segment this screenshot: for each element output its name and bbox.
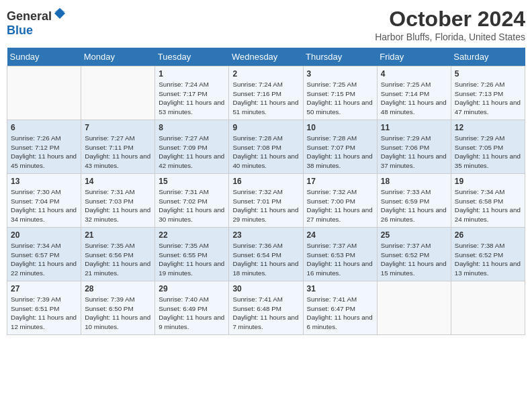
day-info: Sunrise: 7:31 AMSunset: 7:03 PMDaylight:… (85, 187, 151, 224)
day-info: Sunrise: 7:35 AMSunset: 6:55 PMDaylight:… (159, 241, 225, 278)
calendar-cell: 11Sunrise: 7:29 AMSunset: 7:06 PMDayligh… (377, 120, 451, 174)
day-info: Sunrise: 7:26 AMSunset: 7:13 PMDaylight:… (455, 80, 521, 117)
calendar-cell: 25Sunrise: 7:37 AMSunset: 6:52 PMDayligh… (377, 228, 451, 281)
day-info: Sunrise: 7:28 AMSunset: 7:07 PMDaylight:… (307, 134, 373, 171)
day-info: Sunrise: 7:32 AMSunset: 7:00 PMDaylight:… (307, 187, 373, 224)
day-header-saturday: Saturday (451, 48, 525, 66)
day-number: 19 (455, 177, 521, 186)
month-title: October 2024 (375, 7, 525, 32)
day-number: 9 (232, 123, 299, 132)
day-info: Sunrise: 7:25 AMSunset: 7:15 PMDaylight:… (307, 80, 373, 117)
day-number: 25 (381, 230, 447, 240)
day-number: 2 (232, 69, 299, 79)
calendar-cell: 17Sunrise: 7:32 AMSunset: 7:00 PMDayligh… (303, 174, 377, 228)
day-number: 6 (11, 123, 77, 132)
day-number: 21 (85, 230, 151, 240)
day-header-friday: Friday (377, 48, 451, 66)
calendar-cell: 5Sunrise: 7:26 AMSunset: 7:13 PMDaylight… (451, 66, 525, 120)
day-header-tuesday: Tuesday (155, 48, 229, 66)
calendar-cell: 12Sunrise: 7:29 AMSunset: 7:05 PMDayligh… (451, 120, 525, 174)
calendar-cell: 6Sunrise: 7:26 AMSunset: 7:12 PMDaylight… (7, 120, 81, 174)
calendar-table: SundayMondayTuesdayWednesdayThursdayFrid… (7, 48, 525, 335)
calendar-cell (7, 66, 81, 120)
calendar-header: SundayMondayTuesdayWednesdayThursdayFrid… (7, 48, 525, 66)
day-info: Sunrise: 7:37 AMSunset: 6:53 PMDaylight:… (307, 241, 373, 278)
calendar-cell: 13Sunrise: 7:30 AMSunset: 7:04 PMDayligh… (7, 174, 81, 228)
day-number: 5 (455, 69, 521, 79)
calendar-cell: 14Sunrise: 7:31 AMSunset: 7:03 PMDayligh… (81, 174, 155, 228)
day-info: Sunrise: 7:39 AMSunset: 6:50 PMDaylight:… (85, 295, 151, 332)
calendar-cell: 8Sunrise: 7:27 AMSunset: 7:09 PMDaylight… (155, 120, 229, 174)
calendar-cell: 28Sunrise: 7:39 AMSunset: 6:50 PMDayligh… (81, 281, 155, 335)
calendar-cell (451, 281, 525, 335)
logo-blue-text: Blue (7, 24, 33, 37)
calendar-cell: 26Sunrise: 7:38 AMSunset: 6:52 PMDayligh… (451, 228, 525, 281)
day-info: Sunrise: 7:29 AMSunset: 7:05 PMDaylight:… (455, 134, 521, 171)
logo-icon (53, 7, 66, 20)
day-number: 20 (11, 230, 77, 240)
day-info: Sunrise: 7:36 AMSunset: 6:54 PMDaylight:… (232, 241, 299, 278)
day-info: Sunrise: 7:27 AMSunset: 7:09 PMDaylight:… (159, 134, 225, 171)
day-info: Sunrise: 7:31 AMSunset: 7:02 PMDaylight:… (159, 187, 225, 224)
day-number: 1 (159, 69, 225, 79)
calendar-week-row: 6Sunrise: 7:26 AMSunset: 7:12 PMDaylight… (7, 120, 525, 174)
calendar-cell: 23Sunrise: 7:36 AMSunset: 6:54 PMDayligh… (229, 228, 303, 281)
day-number: 12 (455, 123, 521, 132)
day-header-monday: Monday (81, 48, 155, 66)
location-text: Harbor Bluffs, Florida, United States (375, 32, 525, 42)
day-info: Sunrise: 7:34 AMSunset: 6:57 PMDaylight:… (11, 241, 77, 278)
day-number: 10 (307, 123, 373, 132)
day-number: 27 (11, 284, 77, 293)
calendar-cell: 16Sunrise: 7:32 AMSunset: 7:01 PMDayligh… (229, 174, 303, 228)
calendar-cell: 20Sunrise: 7:34 AMSunset: 6:57 PMDayligh… (7, 228, 81, 281)
day-number: 11 (381, 123, 447, 132)
day-header-thursday: Thursday (303, 48, 377, 66)
day-number: 23 (232, 230, 299, 240)
logo: General Blue (7, 7, 66, 38)
day-number: 15 (159, 177, 225, 186)
day-info: Sunrise: 7:41 AMSunset: 6:48 PMDaylight:… (232, 295, 299, 332)
day-info: Sunrise: 7:27 AMSunset: 7:11 PMDaylight:… (85, 134, 151, 171)
calendar-cell: 4Sunrise: 7:25 AMSunset: 7:14 PMDaylight… (377, 66, 451, 120)
calendar-cell (81, 66, 155, 120)
calendar-cell: 7Sunrise: 7:27 AMSunset: 7:11 PMDaylight… (81, 120, 155, 174)
day-number: 29 (159, 284, 225, 293)
calendar-week-row: 27Sunrise: 7:39 AMSunset: 6:51 PMDayligh… (7, 281, 525, 335)
day-info: Sunrise: 7:28 AMSunset: 7:08 PMDaylight:… (232, 134, 299, 171)
calendar-week-row: 13Sunrise: 7:30 AMSunset: 7:04 PMDayligh… (7, 174, 525, 228)
day-number: 14 (85, 177, 151, 186)
day-number: 7 (85, 123, 151, 132)
day-number: 18 (381, 177, 447, 186)
day-info: Sunrise: 7:38 AMSunset: 6:52 PMDaylight:… (455, 241, 521, 278)
calendar-cell: 30Sunrise: 7:41 AMSunset: 6:48 PMDayligh… (229, 281, 303, 335)
day-number: 24 (307, 230, 373, 240)
day-number: 3 (307, 69, 373, 79)
day-info: Sunrise: 7:30 AMSunset: 7:04 PMDaylight:… (11, 187, 77, 224)
title-area: October 2024 Harbor Bluffs, Florida, Uni… (375, 7, 525, 42)
calendar-cell: 10Sunrise: 7:28 AMSunset: 7:07 PMDayligh… (303, 120, 377, 174)
calendar-cell: 18Sunrise: 7:33 AMSunset: 6:59 PMDayligh… (377, 174, 451, 228)
day-info: Sunrise: 7:29 AMSunset: 7:06 PMDaylight:… (381, 134, 447, 171)
day-info: Sunrise: 7:35 AMSunset: 6:56 PMDaylight:… (85, 241, 151, 278)
calendar-week-row: 1Sunrise: 7:24 AMSunset: 7:17 PMDaylight… (7, 66, 525, 120)
calendar-week-row: 20Sunrise: 7:34 AMSunset: 6:57 PMDayligh… (7, 228, 525, 281)
calendar-cell: 3Sunrise: 7:25 AMSunset: 7:15 PMDaylight… (303, 66, 377, 120)
day-number: 28 (85, 284, 151, 293)
day-info: Sunrise: 7:37 AMSunset: 6:52 PMDaylight:… (381, 241, 447, 278)
day-number: 16 (232, 177, 299, 186)
day-number: 22 (159, 230, 225, 240)
calendar-cell: 15Sunrise: 7:31 AMSunset: 7:02 PMDayligh… (155, 174, 229, 228)
calendar-cell: 2Sunrise: 7:24 AMSunset: 7:16 PMDaylight… (229, 66, 303, 120)
day-number: 13 (11, 177, 77, 186)
day-info: Sunrise: 7:25 AMSunset: 7:14 PMDaylight:… (381, 80, 447, 117)
calendar-cell: 22Sunrise: 7:35 AMSunset: 6:55 PMDayligh… (155, 228, 229, 281)
calendar-cell: 21Sunrise: 7:35 AMSunset: 6:56 PMDayligh… (81, 228, 155, 281)
day-info: Sunrise: 7:26 AMSunset: 7:12 PMDaylight:… (11, 134, 77, 171)
calendar-cell: 27Sunrise: 7:39 AMSunset: 6:51 PMDayligh… (7, 281, 81, 335)
day-info: Sunrise: 7:33 AMSunset: 6:59 PMDaylight:… (381, 187, 447, 224)
day-info: Sunrise: 7:41 AMSunset: 6:47 PMDaylight:… (307, 295, 373, 332)
day-number: 8 (159, 123, 225, 132)
day-info: Sunrise: 7:24 AMSunset: 7:16 PMDaylight:… (232, 80, 299, 117)
day-number: 30 (232, 284, 299, 293)
day-info: Sunrise: 7:34 AMSunset: 6:58 PMDaylight:… (455, 187, 521, 224)
